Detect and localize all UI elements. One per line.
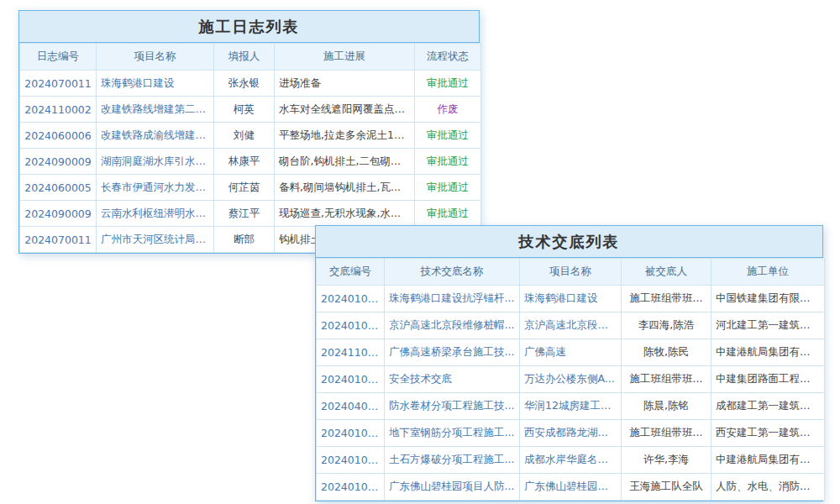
- cell-name[interactable]: 珠海鹤港口建设抗浮锚杆...: [385, 286, 520, 312]
- cell-reporter: 断部: [214, 227, 275, 253]
- table-row: 2024010003安全技术交底万达办公楼东侧A...施工班组带班...中建集团…: [317, 366, 825, 393]
- cell-project[interactable]: 改建铁路成渝线增建第二...: [97, 123, 214, 149]
- cell-name[interactable]: 土石方爆破分项工程施工...: [385, 447, 520, 474]
- cell-progress: 备料,砌间墙钩机排土,瓦...: [275, 175, 415, 201]
- cell-unit: 河北建工第一建筑有...: [711, 312, 825, 339]
- cell-project[interactable]: 华润12城房建工程...: [520, 393, 622, 420]
- cell-name[interactable]: 安全技术交底: [385, 366, 520, 393]
- cell-reporter: 蔡江平: [214, 201, 275, 227]
- cell-progress: 现场巡查,无积水现象,水...: [275, 201, 415, 227]
- cell-project[interactable]: 广州市天河区统计局机房...: [97, 227, 214, 253]
- cell-unit: 中建港航局集团有限...: [711, 447, 825, 474]
- table-row: 2024090009湖南洞庭湖水库引水工程...林康平砌台阶,钩机排土,二包砌.…: [20, 149, 481, 175]
- cell-id[interactable]: 2024090009: [20, 201, 97, 227]
- cell-id[interactable]: 2024010003: [317, 366, 385, 393]
- cell-project[interactable]: 广佛高速: [520, 339, 622, 366]
- cell-project[interactable]: 珠海鹤港口建设: [520, 286, 622, 312]
- cell-unit: 人防、水电、消防暖通...: [711, 474, 825, 501]
- cell-status: 审批通过: [415, 201, 481, 227]
- cell-name[interactable]: 地下室钢筋分项工程施工...: [385, 420, 520, 447]
- cell-project[interactable]: 改建铁路线增建第二线直...: [97, 97, 214, 123]
- construction-log-table: 日志编号项目名称填报人施工进展流程状态2024070011珠海鹤港口建设张永银进…: [19, 43, 481, 253]
- cell-reporter: 林康平: [214, 149, 275, 175]
- column-header-reporter: 填报人: [214, 44, 275, 71]
- cell-id[interactable]: 2024010002: [317, 420, 385, 447]
- cell-receiver: 许华,李海: [622, 447, 711, 474]
- cell-unit: 中建港航局集团有限...: [711, 339, 825, 366]
- table-row: 2024010002土石方爆破分项工程施工...成都水岸华庭名苑...许华,李海…: [317, 447, 825, 474]
- cell-id[interactable]: 2024110002: [20, 97, 97, 123]
- cell-project[interactable]: 云南水利枢纽潜明水库一...: [97, 201, 214, 227]
- column-header-receiver: 被交底人: [622, 259, 711, 286]
- column-header-project: 项目名称: [520, 259, 622, 286]
- table-row: 2024010002地下室钢筋分项工程施工...西安成都路龙湖上...施工班组带…: [317, 420, 825, 447]
- cell-receiver: 王海施工队全队: [622, 474, 711, 501]
- cell-id[interactable]: 2024070011: [20, 227, 97, 253]
- cell-progress: 砌台阶,钩机排土,二包砌...: [275, 149, 415, 175]
- column-header-name: 技术交底名称: [385, 259, 520, 286]
- cell-project[interactable]: 成都水岸华庭名苑...: [520, 447, 622, 474]
- cell-status: 作废: [415, 97, 481, 123]
- technical-disclosure-title: 技术交底列表: [316, 226, 822, 258]
- technical-disclosure-table: 交底编号技术交底名称项目名称被交底人施工单位2024010003珠海鹤港口建设抗…: [316, 258, 825, 501]
- table-row: 2024040001防水卷材分项工程施工技...华润12城房建工程...陈晨,陈…: [317, 393, 825, 420]
- cell-receiver: 陈晨,陈铭: [622, 393, 711, 420]
- cell-id[interactable]: 2024010003: [317, 286, 385, 312]
- cell-id[interactable]: 2024090009: [20, 149, 97, 175]
- cell-progress: 进场准备: [275, 71, 415, 97]
- header-row: 交底编号技术交底名称项目名称被交底人施工单位: [317, 259, 825, 286]
- header-row: 日志编号项目名称填报人施工进展流程状态: [20, 44, 481, 71]
- cell-id[interactable]: 2024010001: [317, 474, 385, 501]
- cell-id[interactable]: 2024010002: [317, 447, 385, 474]
- column-header-project: 项目名称: [97, 44, 214, 71]
- cell-progress: 水车对全线遮阳网覆盖点进...: [275, 97, 415, 123]
- cell-receiver: 施工班组带班...: [622, 286, 711, 312]
- cell-reporter: 何芷茵: [214, 175, 275, 201]
- table-row: 2024010003珠海鹤港口建设抗浮锚杆...珠海鹤港口建设施工班组带班...…: [317, 286, 825, 312]
- cell-unit: 中国铁建集团有限公司: [711, 286, 825, 312]
- cell-progress: 平整场地,拉走多余泥土15...: [275, 123, 415, 149]
- cell-status: 审批通过: [415, 175, 481, 201]
- table-row: 2024110001广佛高速桥梁承台施工技...广佛高速陈牧,陈民中建港航局集团…: [317, 339, 825, 366]
- cell-name[interactable]: 广佛高速桥梁承台施工技...: [385, 339, 520, 366]
- cell-id[interactable]: 2024010004: [317, 312, 385, 339]
- column-header-id: 日志编号: [20, 44, 97, 71]
- cell-id[interactable]: 2024060005: [20, 175, 97, 201]
- cell-name[interactable]: 防水卷材分项工程施工技...: [385, 393, 520, 420]
- table-row: 2024010004京沪高速北京段维修桩帽...京沪高速北京段维修李四海,陈浩河…: [317, 312, 825, 339]
- cell-id[interactable]: 2024060006: [20, 123, 97, 149]
- cell-receiver: 陈牧,陈民: [622, 339, 711, 366]
- cell-reporter: 柯英: [214, 97, 275, 123]
- cell-project[interactable]: 西安成都路龙湖上...: [520, 420, 622, 447]
- cell-receiver: 施工班组带班...: [622, 366, 711, 393]
- table-row: 2024060006改建铁路成渝线增建第二...刘健平整场地,拉走多余泥土15.…: [20, 123, 481, 149]
- cell-name[interactable]: 京沪高速北京段维修桩帽...: [385, 312, 520, 339]
- cell-project[interactable]: 京沪高速北京段维修: [520, 312, 622, 339]
- cell-id[interactable]: 2024040001: [317, 393, 385, 420]
- table-row: 2024010001广东佛山碧桂园项目人防...广东佛山碧桂园项目王海施工队全队…: [317, 474, 825, 501]
- cell-receiver: 施工班组带班...: [622, 420, 711, 447]
- cell-status: 审批通过: [415, 123, 481, 149]
- cell-project[interactable]: 珠海鹤港口建设: [97, 71, 214, 97]
- cell-project[interactable]: 长春市伊通河水力发电厂...: [97, 175, 214, 201]
- construction-log-title: 施工日志列表: [19, 11, 479, 43]
- cell-id[interactable]: 2024110001: [317, 339, 385, 366]
- cell-name[interactable]: 广东佛山碧桂园项目人防...: [385, 474, 520, 501]
- technical-disclosure-panel: 技术交底列表 交底编号技术交底名称项目名称被交底人施工单位2024010003珠…: [315, 225, 823, 501]
- cell-project[interactable]: 湖南洞庭湖水库引水工程...: [97, 149, 214, 175]
- cell-status: 审批通过: [415, 149, 481, 175]
- cell-unit: 中建集团路面工程有...: [711, 366, 825, 393]
- cell-unit: 西安建工第一建筑有...: [711, 420, 825, 447]
- table-row: 2024090009云南水利枢纽潜明水库一...蔡江平现场巡查,无积水现象,水.…: [20, 201, 481, 227]
- cell-status: 审批通过: [415, 71, 481, 97]
- construction-log-panel: 施工日志列表 日志编号项目名称填报人施工进展流程状态2024070011珠海鹤港…: [18, 10, 480, 254]
- column-header-status: 流程状态: [415, 44, 481, 71]
- cell-project[interactable]: 万达办公楼东侧A...: [520, 366, 622, 393]
- cell-reporter: 张永银: [214, 71, 275, 97]
- cell-id[interactable]: 2024070011: [20, 71, 97, 97]
- column-header-id: 交底编号: [317, 259, 385, 286]
- table-row: 2024110002改建铁路线增建第二线直...柯英水车对全线遮阳网覆盖点进..…: [20, 97, 481, 123]
- table-row: 2024070011珠海鹤港口建设张永银进场准备审批通过: [20, 71, 481, 97]
- column-header-unit: 施工单位: [711, 259, 825, 286]
- cell-project[interactable]: 广东佛山碧桂园项目: [520, 474, 622, 501]
